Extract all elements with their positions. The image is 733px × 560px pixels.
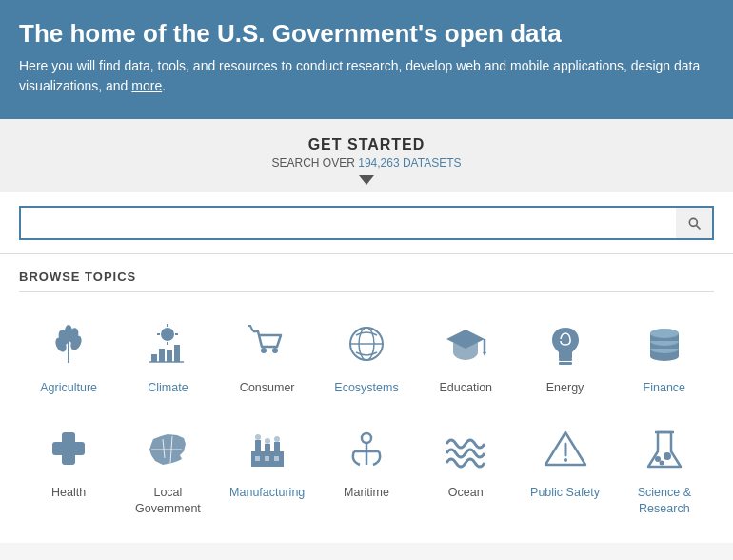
- topic-education[interactable]: Education: [416, 308, 515, 403]
- svg-rect-11: [151, 354, 157, 362]
- svg-point-43: [265, 438, 270, 444]
- topic-climate[interactable]: Climate: [118, 308, 217, 403]
- agriculture-icon: [40, 315, 97, 372]
- svg-point-55: [655, 456, 661, 462]
- svg-rect-41: [274, 442, 280, 453]
- svg-rect-25: [559, 362, 572, 365]
- ecosystems-icon: [338, 315, 395, 372]
- get-started-title: GET STARTED: [19, 136, 714, 153]
- manufacturing-icon: [239, 420, 296, 477]
- maritime-label: Maritime: [344, 485, 389, 500]
- topic-local-government[interactable]: Local Government: [118, 412, 217, 524]
- public-safety-icon: [537, 420, 594, 477]
- ocean-label: Ocean: [448, 485, 484, 500]
- topics-grid: Agriculture Cl: [19, 308, 714, 524]
- topic-ecosystems[interactable]: Ecosystems: [317, 308, 416, 403]
- finance-label: Finance: [644, 380, 685, 395]
- page-title: The home of the U.S. Government's open d…: [19, 19, 714, 49]
- dataset-count-label: SEARCH OVER 194,263 DATASETS: [19, 156, 714, 170]
- svg-rect-34: [52, 442, 85, 455]
- topic-public-safety[interactable]: Public Safety: [515, 412, 614, 524]
- public-safety-label: Public Safety: [530, 485, 600, 500]
- health-icon: [40, 420, 97, 477]
- search-section: [0, 192, 733, 254]
- more-link[interactable]: more: [131, 78, 162, 93]
- manufacturing-label: Manufacturing: [229, 485, 305, 500]
- ocean-icon: [437, 420, 494, 477]
- consumer-icon: [239, 315, 296, 372]
- browse-title: BROWSE TOPICS: [19, 270, 714, 292]
- svg-rect-46: [265, 456, 269, 461]
- search-icon: [686, 215, 702, 230]
- svg-point-44: [274, 436, 280, 442]
- site-header: The home of the U.S. Government's open d…: [0, 0, 733, 119]
- svg-point-42: [255, 434, 261, 440]
- education-label: Education: [439, 380, 492, 395]
- svg-point-57: [659, 461, 664, 466]
- svg-rect-13: [167, 350, 172, 362]
- svg-point-5: [65, 325, 72, 338]
- svg-rect-45: [255, 456, 260, 461]
- topic-energy[interactable]: Energy: [515, 308, 614, 403]
- local-government-label: Local Government: [122, 485, 213, 516]
- svg-rect-12: [159, 349, 165, 362]
- topic-ocean[interactable]: Ocean: [416, 412, 515, 524]
- energy-icon: [537, 315, 594, 372]
- svg-rect-14: [174, 345, 180, 362]
- svg-rect-39: [255, 440, 261, 453]
- header-description: Here you will find data, tools, and reso…: [19, 56, 714, 96]
- agriculture-label: Agriculture: [40, 380, 97, 395]
- topic-agriculture[interactable]: Agriculture: [19, 308, 118, 403]
- climate-label: Climate: [148, 380, 188, 395]
- search-input[interactable]: [19, 206, 676, 240]
- svg-rect-40: [265, 444, 270, 453]
- topic-maritime[interactable]: Maritime: [317, 412, 416, 524]
- topic-manufacturing[interactable]: Manufacturing: [218, 412, 317, 524]
- svg-rect-47: [274, 456, 279, 461]
- health-label: Health: [51, 485, 86, 500]
- svg-point-56: [664, 452, 671, 460]
- topic-science-research[interactable]: Science & Research: [615, 412, 714, 524]
- local-government-icon: [139, 420, 196, 477]
- svg-point-32: [650, 329, 679, 338]
- browse-section: BROWSE TOPICS Agriculture: [0, 254, 733, 543]
- ecosystems-label: Ecosystems: [334, 380, 398, 395]
- science-research-icon: [636, 420, 693, 477]
- svg-rect-24: [559, 358, 572, 361]
- svg-point-48: [362, 433, 371, 443]
- consumer-label: Consumer: [240, 380, 295, 395]
- maritime-icon: [338, 420, 395, 477]
- svg-point-6: [161, 328, 174, 341]
- education-icon: [437, 315, 494, 372]
- topic-finance[interactable]: Finance: [615, 308, 714, 403]
- svg-point-16: [261, 348, 267, 353]
- topic-consumer[interactable]: Consumer: [218, 308, 317, 403]
- climate-icon: [139, 315, 196, 372]
- svg-point-17: [272, 348, 278, 353]
- svg-point-53: [564, 458, 567, 462]
- science-research-label: Science & Research: [619, 485, 710, 516]
- search-button[interactable]: [676, 206, 714, 240]
- dataset-count-link[interactable]: 194,263 DATASETS: [358, 156, 461, 170]
- topic-health[interactable]: Health: [19, 412, 118, 524]
- get-started-section: GET STARTED SEARCH OVER 194,263 DATASETS: [0, 119, 733, 192]
- svg-marker-23: [483, 352, 486, 356]
- finance-icon: [636, 315, 693, 372]
- energy-label: Energy: [546, 380, 584, 395]
- chevron-down-icon: [359, 175, 374, 185]
